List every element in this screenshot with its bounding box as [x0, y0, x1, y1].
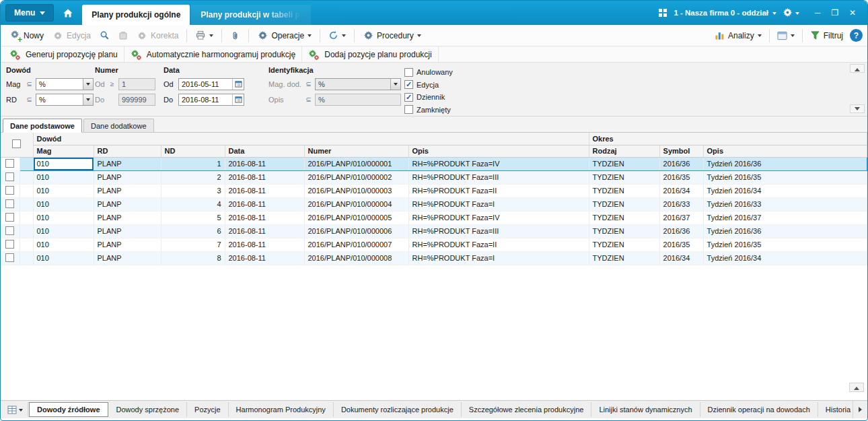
- new-button[interactable]: + Nowy: [5, 28, 48, 44]
- row-checkbox[interactable]: [5, 172, 14, 181]
- procedures-button[interactable]: Procedury: [359, 28, 425, 44]
- cell-symbol[interactable]: 2016/35: [659, 238, 703, 251]
- row-checkbox[interactable]: [5, 240, 14, 249]
- mag-operator[interactable]: ⊆: [26, 80, 33, 88]
- row-checkbox-cell[interactable]: [1, 211, 20, 224]
- table-row[interactable]: 010PLANP42016-08-112016/PLANP/010/000004…: [1, 197, 867, 211]
- bottom-tab-harmonogram-produkcyjny[interactable]: Harmonogram Produkcyjny: [229, 402, 334, 417]
- cell-opis[interactable]: RH=%PRODUKT Faza=I: [408, 251, 589, 265]
- cell-data[interactable]: 2016-08-11: [225, 251, 304, 265]
- cell-mag[interactable]: 010: [33, 170, 94, 184]
- cell-symbol[interactable]: 2016/35: [659, 170, 703, 184]
- column-header-opis-okres[interactable]: Opis: [703, 145, 867, 157]
- cell-mag[interactable]: 010: [33, 184, 94, 197]
- cell-data[interactable]: 2016-08-11: [225, 211, 304, 224]
- cell-data[interactable]: 2016-08-11: [225, 157, 304, 170]
- cell-opis[interactable]: RH=%PRODUKT Faza=IV: [408, 211, 589, 224]
- cell-data[interactable]: 2016-08-11: [225, 238, 304, 251]
- column-header-rd[interactable]: RD: [94, 145, 161, 157]
- mag-combobox[interactable]: %: [36, 78, 94, 90]
- combo-arrow-button[interactable]: [83, 94, 93, 105]
- cell-opis[interactable]: Tydzień 2016/33: [703, 197, 867, 211]
- cell-rd[interactable]: PLANP: [94, 238, 161, 251]
- cell-numer[interactable]: 2016/PLANP/010/000006: [304, 224, 408, 238]
- row-checkbox-cell[interactable]: [1, 184, 20, 197]
- table-row[interactable]: 010PLANP82016-08-112016/PLANP/010/000008…: [1, 251, 867, 265]
- cell-mag[interactable]: 010: [33, 238, 94, 251]
- maximize-button[interactable]: ❐: [827, 5, 843, 20]
- table-row[interactable]: 010PLANP62016-08-112016/PLANP/010/000006…: [1, 224, 867, 238]
- cell-opis[interactable]: RH=%PRODUKT Faza=III: [408, 170, 589, 184]
- bottom-tab-szczegółowe-zlecenia-produkcyjne[interactable]: Szczegółowe zlecenia produkcyjne: [462, 402, 592, 417]
- cell-symbol[interactable]: 2016/34: [659, 251, 703, 265]
- filter-checkbox-zamknięty[interactable]: Zamknięty: [404, 104, 492, 117]
- cell-rd[interactable]: PLANP: [94, 211, 161, 224]
- cell-rodzaj[interactable]: TYDZIEN: [589, 224, 659, 238]
- row-checkbox[interactable]: [5, 253, 14, 262]
- apps-grid-icon[interactable]: [658, 8, 667, 18]
- cell-data[interactable]: 2016-08-11: [225, 224, 304, 238]
- refresh-button[interactable]: [324, 28, 350, 43]
- settings-button[interactable]: [783, 7, 799, 19]
- column-header-symbol-okres[interactable]: Symbol: [659, 145, 703, 157]
- close-button[interactable]: ✕: [844, 5, 861, 20]
- cell-symbol[interactable]: 2016/36: [659, 224, 703, 238]
- cell-nd[interactable]: 7: [161, 238, 225, 251]
- action-generuj-propozycję-planu[interactable]: Generuj propozycję planu: [3, 46, 124, 62]
- cell-rd[interactable]: PLANP: [94, 184, 161, 197]
- table-scroll-up-button[interactable]: [849, 383, 864, 392]
- cell-opis[interactable]: RH=%PRODUKT Faza=I: [408, 197, 589, 211]
- bottom-tab-dowody-źródłowe[interactable]: Dowody źródłowe: [29, 402, 108, 417]
- operations-button[interactable]: Operacje: [253, 28, 316, 44]
- cell-rodzaj[interactable]: TYDZIEN: [589, 251, 659, 265]
- table-row[interactable]: 010PLANP52016-08-112016/PLANP/010/000005…: [1, 211, 867, 224]
- cell-opis[interactable]: RH=%PRODUKT Faza=III: [408, 224, 589, 238]
- cell-opis[interactable]: Tydzień 2016/35: [703, 238, 867, 251]
- filter-scroll-up-button[interactable]: [850, 64, 865, 73]
- cell-rodzaj[interactable]: TYDZIEN: [589, 170, 659, 184]
- combo-arrow-button[interactable]: [390, 79, 400, 90]
- table-row[interactable]: 010PLANP22016-08-112016/PLANP/010/000002…: [1, 170, 867, 184]
- cell-opis[interactable]: Tydzień 2016/37: [703, 211, 867, 224]
- cell-nd[interactable]: 6: [161, 224, 225, 238]
- combo-arrow-button[interactable]: [83, 79, 93, 90]
- cell-opis[interactable]: Tydzień 2016/36: [703, 224, 867, 238]
- cell-nd[interactable]: 1: [161, 157, 225, 170]
- mag-dod-combobox[interactable]: %: [315, 78, 401, 90]
- filter-scroll-down-button[interactable]: [850, 104, 865, 113]
- column-header-numer[interactable]: Numer: [304, 145, 408, 157]
- tab-plany-produkcji-ogolne[interactable]: Plany produkcji ogólne: [82, 5, 190, 25]
- row-checkbox-cell[interactable]: [1, 251, 20, 265]
- tab-dane-podstawowe[interactable]: Dane podstawowe: [3, 119, 82, 132]
- cell-numer[interactable]: 2016/PLANP/010/000002: [304, 170, 408, 184]
- column-header-opis[interactable]: Opis: [408, 145, 589, 157]
- column-header-rodzaj-okres[interactable]: Rodzaj: [589, 145, 659, 157]
- cell-numer[interactable]: 2016/PLANP/010/000003: [304, 184, 408, 197]
- table-row[interactable]: 010PLANP72016-08-112016/PLANP/010/000007…: [1, 238, 867, 251]
- cell-rd[interactable]: PLANP: [94, 170, 161, 184]
- cell-symbol[interactable]: 2016/37: [659, 211, 703, 224]
- row-checkbox-cell[interactable]: [1, 224, 20, 238]
- cell-mag[interactable]: 010: [33, 157, 94, 170]
- print-button[interactable]: [191, 28, 217, 43]
- row-checkbox[interactable]: [5, 186, 14, 195]
- cell-nd[interactable]: 5: [161, 211, 225, 224]
- tab-dane-dodatkowe[interactable]: Dane dodatkowe: [83, 119, 154, 132]
- cell-rd[interactable]: PLANP: [94, 251, 161, 265]
- minimize-button[interactable]: ─: [809, 5, 826, 20]
- help-button[interactable]: ?: [850, 29, 863, 42]
- filter-checkbox-edycja[interactable]: ✓Edycja: [404, 79, 492, 92]
- cell-numer[interactable]: 2016/PLANP/010/000005: [304, 211, 408, 224]
- calendar-button[interactable]: [232, 79, 244, 90]
- row-checkbox-cell[interactable]: [1, 157, 20, 170]
- bottom-tab-dziennik-operacji-na-dowodach[interactable]: Dziennik operacji na dowodach: [700, 402, 818, 417]
- action-automatycznie-harmonogramuj-produkcję[interactable]: Automatycznie harmonogramuj produkcję: [124, 46, 302, 62]
- cell-opis[interactable]: RH=%PRODUKT Faza=II: [408, 184, 589, 197]
- row-checkbox[interactable]: [5, 199, 14, 208]
- numer-od-operator[interactable]: ≥: [108, 80, 116, 88]
- cell-mag[interactable]: 010: [33, 251, 94, 265]
- attachments-button[interactable]: [226, 28, 244, 44]
- data-do-field[interactable]: 2016-08-11: [178, 94, 244, 106]
- opis-input[interactable]: [315, 94, 401, 106]
- row-checkbox-cell[interactable]: [1, 197, 20, 211]
